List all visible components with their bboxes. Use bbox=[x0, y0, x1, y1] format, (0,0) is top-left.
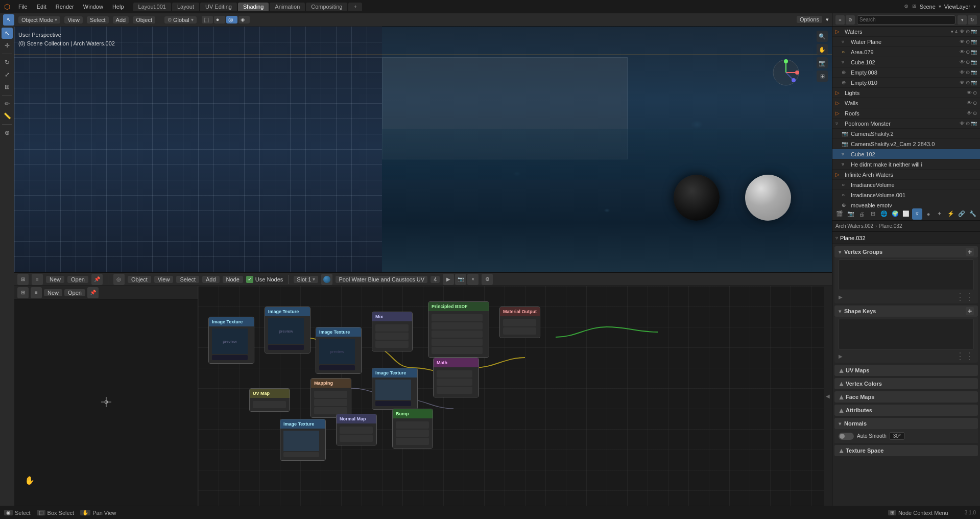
tab-compositing[interactable]: Compositing bbox=[306, 3, 347, 11]
face-maps-header[interactable]: ▶ Face Maps bbox=[834, 391, 978, 403]
viewport-display-icon[interactable]: ⊞ bbox=[817, 70, 828, 82]
ne-add-btn[interactable]: Add bbox=[202, 276, 220, 283]
menu-edit[interactable]: Edit bbox=[33, 3, 51, 11]
vis-pool-1[interactable]: 👁 bbox=[960, 121, 965, 126]
material-slot-number[interactable]: 4 bbox=[431, 276, 440, 283]
vis-icon-1[interactable]: 👁 bbox=[960, 39, 965, 44]
menu-window[interactable]: Window bbox=[79, 3, 107, 11]
open-material-btn[interactable]: Open bbox=[67, 276, 88, 283]
ne-settings-icon[interactable]: ⚙ bbox=[482, 274, 493, 285]
vis-cube-1[interactable]: 👁 bbox=[960, 59, 965, 65]
prop-render-icon[interactable]: 📷 bbox=[846, 208, 856, 220]
vertex-groups-menu-icon[interactable]: ⋮⋮ bbox=[955, 292, 974, 301]
add-object-tool-icon[interactable]: ⊕ bbox=[2, 127, 13, 138]
use-nodes-checkbox[interactable]: ✓ bbox=[246, 276, 253, 283]
outliner-item-area079[interactable]: ○ Area.079 👁 ⊙ 📷 bbox=[832, 47, 980, 57]
uv-new-btn[interactable]: New bbox=[44, 289, 62, 296]
ne-mode-icon[interactable]: ⊞ bbox=[17, 274, 29, 285]
prop-viewlayer-icon[interactable]: ⊞ bbox=[868, 208, 878, 220]
measure-tool-icon[interactable]: 📏 bbox=[2, 110, 13, 122]
prop-object-icon[interactable]: ⬜ bbox=[901, 208, 912, 220]
shape-keys-list[interactable] bbox=[839, 319, 974, 349]
search-viewport-icon[interactable]: 🔍 bbox=[817, 31, 828, 42]
outliner-item-irradiance2[interactable]: ○ IrradianceVolume.001 bbox=[832, 190, 980, 200]
node-1[interactable]: Image Texture preview bbox=[208, 317, 254, 364]
vis-area-2[interactable]: ⊙ bbox=[966, 49, 970, 55]
prop-output-icon[interactable]: 🖨 bbox=[857, 208, 867, 220]
node-2[interactable]: Image Texture preview bbox=[265, 306, 310, 353]
outliner-item-water-plane[interactable]: ▿ Water Plane 👁 ⊙ 📷 bbox=[832, 37, 980, 47]
vertex-groups-header[interactable]: ▾ Vertex Groups + bbox=[834, 246, 978, 257]
outliner-item-roofs[interactable]: ▷ Roofs 👁 ⊙ bbox=[832, 108, 980, 119]
material-preview-btn[interactable]: ◎ bbox=[226, 16, 237, 23]
vis-walls-2[interactable]: ⊙ bbox=[973, 100, 977, 106]
menu-help[interactable]: Help bbox=[108, 3, 128, 11]
transform-tool-icon[interactable]: ⊞ bbox=[2, 81, 13, 92]
material-name-slot[interactable]: Pool Water Blue and Caustocs UV bbox=[336, 276, 427, 283]
prop-scene-icon[interactable]: 🎬 bbox=[834, 208, 845, 220]
camera-view-icon[interactable]: 📷 bbox=[817, 57, 828, 68]
slot-dropdown[interactable]: Slot 1 ▾ bbox=[294, 276, 318, 283]
select-menu[interactable]: Select bbox=[87, 16, 109, 23]
outliner-item-infinite-arch[interactable]: ▷ Infinite Arch Waters bbox=[832, 170, 980, 180]
object-menu[interactable]: Object bbox=[133, 16, 155, 23]
shape-keys-menu-icon[interactable]: ⋮⋮ bbox=[955, 351, 974, 361]
node-output[interactable]: Material Output bbox=[499, 306, 540, 338]
vis-e010-3[interactable]: 📷 bbox=[971, 80, 977, 85]
ne-play-icon[interactable]: ▶ bbox=[443, 274, 454, 285]
outliner-item-waters[interactable]: ▷ Waters ▾ 4 👁 ⊙ 📷 bbox=[832, 27, 980, 37]
outliner-item-camera1[interactable]: 📷 CameraShakify.2 bbox=[832, 129, 980, 139]
prop-world-icon[interactable]: 🌍 bbox=[890, 208, 900, 220]
uv-list-icon[interactable]: ≡ bbox=[31, 287, 42, 298]
node-mix[interactable]: Mix bbox=[372, 312, 413, 351]
vis-icon-3[interactable]: 📷 bbox=[971, 39, 977, 44]
vis-area-1[interactable]: 👁 bbox=[960, 49, 965, 55]
auto-smooth-toggle[interactable] bbox=[839, 433, 854, 440]
outliner-item-cube102[interactable]: ▿ Cube.102 👁 ⊙ 📷 bbox=[832, 57, 980, 67]
hand-pan-icon[interactable]: ✋ bbox=[817, 44, 828, 55]
vertex-groups-add-btn[interactable]: + bbox=[966, 248, 974, 256]
node-bottom-3[interactable]: Bump bbox=[392, 409, 433, 449]
outliner-item-he-didnt[interactable]: ▿ He didnt make it neither will i bbox=[832, 159, 980, 170]
attributes-header[interactable]: ▶ Attributes bbox=[834, 405, 978, 416]
navigation-gizmo[interactable] bbox=[771, 57, 801, 88]
wireframe-btn[interactable]: ⬚ bbox=[202, 16, 213, 23]
vis-walls-1[interactable]: 👁 bbox=[967, 100, 972, 106]
ne-select-btn[interactable]: Select bbox=[176, 276, 199, 283]
vis-cube-3[interactable]: 📷 bbox=[971, 59, 977, 65]
outliner-item-empty008[interactable]: ⊕ Empty.008 👁 ⊙ 📷 bbox=[832, 67, 980, 78]
vis-area-3[interactable]: 📷 bbox=[971, 49, 977, 55]
outliner-filter2-icon[interactable]: ▾ bbox=[958, 15, 967, 25]
tab-layout[interactable]: Layout bbox=[172, 3, 199, 11]
vertex-colors-header[interactable]: ▶ Vertex Colors bbox=[834, 378, 978, 389]
ne-view-btn[interactable]: View bbox=[154, 276, 174, 283]
vis-icon-2[interactable]: ⊙ bbox=[966, 39, 970, 44]
move-tool-icon[interactable]: ✛ bbox=[2, 40, 13, 51]
outliner-item-camera2[interactable]: 📷 CameraShakify.v2_Cam 2 2843.0 bbox=[832, 139, 980, 149]
rendered-btn[interactable]: ◈ bbox=[238, 16, 250, 23]
uv-pan-icon[interactable]: ✋ bbox=[25, 476, 35, 485]
shape-keys-header[interactable]: ▾ Shape Keys + bbox=[834, 305, 978, 317]
node-noise[interactable]: Image Texture bbox=[372, 368, 418, 410]
transform-pivot-dropdown[interactable]: ⊙ Global ▾ bbox=[164, 16, 197, 23]
vis-cube-2[interactable]: ⊙ bbox=[966, 59, 970, 65]
use-nodes-toggle[interactable]: ✓ Use Nodes bbox=[246, 276, 283, 283]
solid-btn[interactable]: ● bbox=[214, 16, 225, 23]
node-bottom-1[interactable]: Image Texture bbox=[280, 419, 326, 461]
shape-keys-add-btn[interactable]: + bbox=[966, 307, 974, 315]
vis-e008-1[interactable]: 👁 bbox=[960, 69, 965, 75]
menu-file[interactable]: File bbox=[14, 3, 32, 11]
vis-roofs-1[interactable]: 👁 bbox=[967, 110, 972, 116]
outliner-sync-icon[interactable]: ↻ bbox=[968, 15, 977, 25]
prop-particles-icon[interactable]: ✦ bbox=[935, 208, 945, 220]
outliner-item-moveable-empty[interactable]: ⊕ moveable empty bbox=[832, 200, 980, 207]
node-principled[interactable]: Principled BSDF bbox=[428, 301, 489, 358]
vis-pool-2[interactable]: ⊙ bbox=[966, 121, 970, 126]
uv-pin-icon[interactable]: 📌 bbox=[87, 287, 99, 298]
outliner-mode-icon[interactable]: ≡ bbox=[835, 15, 845, 25]
item-visibility-icon[interactable]: 👁 bbox=[960, 29, 965, 34]
vis-e008-3[interactable]: 📷 bbox=[971, 69, 977, 75]
vertex-groups-list[interactable] bbox=[839, 260, 974, 290]
texture-space-header[interactable]: ▶ Texture Space bbox=[834, 445, 978, 456]
ne-pin-icon[interactable]: 📌 bbox=[91, 274, 103, 285]
